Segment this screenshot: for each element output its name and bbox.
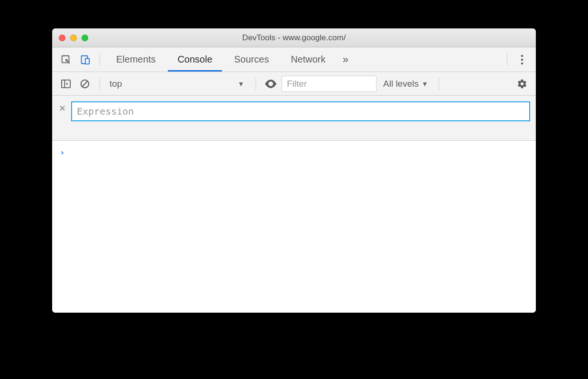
svg-rect-6 xyxy=(62,80,70,87)
console-settings-gear-icon[interactable] xyxy=(514,76,530,92)
separator xyxy=(507,54,507,66)
toggle-console-sidebar-icon[interactable] xyxy=(58,76,74,92)
live-expression-eye-icon[interactable] xyxy=(263,76,279,92)
live-expression-input[interactable] xyxy=(71,101,530,121)
live-expression-bar: ✕ xyxy=(52,96,536,141)
chevron-down-icon: ▼ xyxy=(238,80,244,88)
tab-console[interactable]: Console xyxy=(168,47,221,72)
remove-expression-close-icon[interactable]: ✕ xyxy=(58,101,66,116)
zoom-window-button[interactable] xyxy=(82,35,88,41)
window-title: DevTools - www.google.com/ xyxy=(52,33,536,43)
tab-label: Network xyxy=(291,54,325,65)
console-toolbar: top ▼ All levels ▼ xyxy=(52,72,536,96)
levels-label: All levels xyxy=(383,79,419,89)
titlebar: DevTools - www.google.com/ xyxy=(52,28,536,47)
svg-point-3 xyxy=(521,54,523,56)
separator xyxy=(100,54,100,66)
tab-network[interactable]: Network xyxy=(281,47,335,72)
close-window-button[interactable] xyxy=(59,35,65,41)
tab-label: Console xyxy=(177,54,212,65)
inspect-element-icon[interactable] xyxy=(58,52,74,68)
chevron-down-icon: ▼ xyxy=(422,80,428,88)
traffic-lights xyxy=(59,35,88,41)
svg-point-4 xyxy=(521,58,523,60)
svg-line-9 xyxy=(83,81,88,86)
execution-context-select[interactable]: top ▼ xyxy=(107,76,249,92)
separator xyxy=(100,78,100,90)
separator xyxy=(439,78,439,90)
more-tabs-button[interactable]: » xyxy=(338,54,352,66)
filter-input[interactable] xyxy=(282,76,377,92)
tab-elements[interactable]: Elements xyxy=(107,47,165,72)
context-label: top xyxy=(110,79,122,89)
log-levels-select[interactable]: All levels ▼ xyxy=(379,79,432,89)
tab-label: Sources xyxy=(234,54,269,65)
minimize-window-button[interactable] xyxy=(70,35,77,41)
separator xyxy=(256,78,256,90)
console-prompt-caret-icon: › xyxy=(60,147,65,157)
svg-point-5 xyxy=(521,62,523,64)
kebab-menu-icon[interactable] xyxy=(514,52,530,68)
tab-sources[interactable]: Sources xyxy=(225,47,278,72)
devtools-window: DevTools - www.google.com/ Elements Cons… xyxy=(52,28,536,313)
svg-rect-2 xyxy=(85,58,89,64)
device-toolbar-icon[interactable] xyxy=(77,52,93,68)
main-tab-strip: Elements Console Sources Network » xyxy=(52,47,536,72)
clear-console-icon[interactable] xyxy=(77,76,93,92)
console-output-area[interactable]: › xyxy=(52,141,536,313)
tab-label: Elements xyxy=(116,54,156,65)
svg-point-10 xyxy=(270,82,272,85)
